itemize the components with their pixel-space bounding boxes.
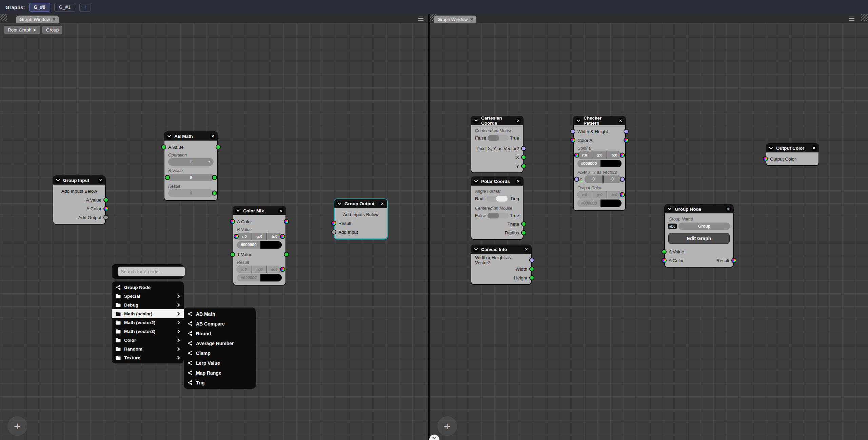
menu-item-special[interactable]: Special xyxy=(112,292,184,300)
add-graph-button[interactable]: + xyxy=(79,3,91,12)
close-tab-icon[interactable]: × xyxy=(53,17,55,22)
port-a-value-out[interactable] xyxy=(103,197,108,203)
menu-item-texture[interactable]: Texture xyxy=(112,353,184,362)
collapse-chevron-icon[interactable] xyxy=(473,247,479,252)
port-a-value-in[interactable] xyxy=(662,249,667,254)
port-a-color-in[interactable] xyxy=(230,219,235,224)
close-node-icon[interactable]: ✕ xyxy=(515,179,521,184)
port-a-value-out[interactable] xyxy=(216,145,221,150)
port-y-out[interactable] xyxy=(521,164,526,169)
node-header[interactable]: Group Node ✕ xyxy=(665,205,733,213)
node-header[interactable]: Checker Pattern ✕ xyxy=(573,116,626,125)
close-node-icon[interactable]: ✕ xyxy=(524,247,529,252)
port-theta-out[interactable] xyxy=(521,222,526,227)
b-value-input[interactable]: 0 xyxy=(168,174,214,181)
node-header[interactable]: Polar Coords ✕ xyxy=(471,177,523,186)
node-ab-math[interactable]: AB Math ✕ A Value Operation + ▼ B Value … xyxy=(164,131,218,201)
node-header[interactable]: Canvas Info ✕ xyxy=(471,245,531,254)
port-b-value-out[interactable] xyxy=(212,175,217,180)
port-a-color-out[interactable] xyxy=(284,219,289,224)
submenu-item-round[interactable]: Round xyxy=(184,329,256,338)
add-node-button[interactable]: + xyxy=(7,416,27,436)
left-graph-window-tab[interactable]: Graph Window × xyxy=(16,16,59,23)
submenu-item-trig[interactable]: Trig xyxy=(184,378,256,387)
angle-format-toggle[interactable]: Rad Deg xyxy=(471,194,523,203)
node-cartesian-coords[interactable]: Cartesian Coords ✕ Centered on Mouse Fal… xyxy=(471,116,524,173)
collapse-chevron-icon[interactable] xyxy=(667,206,672,212)
collapse-chevron-icon[interactable] xyxy=(473,118,479,124)
node-group-input[interactable]: Group Input ✕ Add Inputs Below A Value A… xyxy=(53,175,106,225)
port-color-a-out[interactable] xyxy=(624,138,629,143)
port-a-value-in[interactable] xyxy=(161,145,166,150)
port-result-in[interactable] xyxy=(331,221,336,226)
collapse-chevron-icon[interactable] xyxy=(336,201,342,207)
toggle-track[interactable] xyxy=(488,135,509,141)
menu-item-debug[interactable]: Debug xyxy=(112,300,184,309)
toggle-knob[interactable] xyxy=(488,213,499,218)
submenu-item-lerp-value[interactable]: Lerp Value xyxy=(184,358,256,368)
left-canvas[interactable]: Root Graph ➤ Group Group Input ✕ Add Inp… xyxy=(0,23,428,440)
resize-corner-icon[interactable] xyxy=(0,14,7,21)
node-checker-pattern[interactable]: Checker Pattern ✕ Width & Height Color A… xyxy=(573,116,626,211)
menu-item-group-node[interactable]: Group Node xyxy=(112,283,184,292)
submenu-item-ab-compare[interactable]: AB Compare xyxy=(184,319,256,329)
port-result-out[interactable] xyxy=(212,191,217,196)
close-node-icon[interactable]: ✕ xyxy=(811,145,817,151)
menu-item-random[interactable]: Random xyxy=(112,344,184,353)
resize-corner-icon[interactable] xyxy=(861,14,868,21)
node-group-output[interactable]: Group Output ✕ Add Inputs Below Result A… xyxy=(334,199,388,239)
close-node-icon[interactable]: ✕ xyxy=(210,133,216,139)
menu-item-color[interactable]: Color xyxy=(112,336,184,344)
breadcrumb-group[interactable]: Group xyxy=(42,26,63,34)
centered-on-mouse-toggle[interactable]: False True xyxy=(471,134,523,142)
close-node-icon[interactable]: ✕ xyxy=(379,201,385,207)
submenu-item-ab-math[interactable]: AB Math xyxy=(184,309,256,319)
node-header[interactable]: AB Math ✕ xyxy=(164,132,218,141)
port-b-value-out[interactable] xyxy=(280,234,285,239)
port-pixel-out[interactable] xyxy=(620,177,625,182)
breadcrumb-root-graph[interactable]: Root Graph ➤ xyxy=(4,26,40,34)
hex-input[interactable]: #000000 xyxy=(577,160,622,167)
port-color-b-in[interactable] xyxy=(574,153,579,158)
collapse-chevron-icon[interactable] xyxy=(473,179,479,184)
vector2-inputs[interactable]: 00 xyxy=(585,175,622,183)
edit-graph-button[interactable]: Edit Graph xyxy=(668,233,730,244)
port-height-out[interactable] xyxy=(529,275,534,280)
close-node-icon[interactable]: ✕ xyxy=(726,206,731,212)
toggle-track[interactable] xyxy=(487,196,508,202)
close-node-icon[interactable]: ✕ xyxy=(618,118,624,124)
node-header[interactable]: Group Output ✕ xyxy=(334,199,387,208)
collapse-chevron-icon[interactable] xyxy=(768,145,774,151)
add-node-button[interactable]: + xyxy=(437,416,457,436)
node-output-color[interactable]: Output Color ✕ Output Color xyxy=(766,143,819,166)
submenu-item-average-number[interactable]: Average Number xyxy=(184,338,256,348)
graph-tab-g0[interactable]: G_#0 xyxy=(29,3,50,12)
port-result-out[interactable] xyxy=(280,267,285,272)
node-header[interactable]: Color Mix ✕ xyxy=(233,206,286,215)
toggle-track[interactable] xyxy=(488,213,509,218)
port-a-color-in[interactable] xyxy=(662,258,667,263)
menu-item-math-vector3[interactable]: Math (vector3) xyxy=(112,327,184,336)
collapse-chevron-icon[interactable] xyxy=(235,208,241,214)
node-header[interactable]: Group Input ✕ xyxy=(53,176,105,185)
centered-on-mouse-toggle[interactable]: False True xyxy=(471,211,523,219)
close-node-icon[interactable]: ✕ xyxy=(278,208,284,214)
close-node-icon[interactable]: ✕ xyxy=(515,118,521,124)
node-header[interactable]: Output Color ✕ xyxy=(766,144,819,152)
port-add-output[interactable] xyxy=(103,215,108,220)
close-tab-icon[interactable]: × xyxy=(470,17,473,22)
port-a-color-out[interactable] xyxy=(103,206,108,211)
submenu-item-clamp[interactable]: Clamp xyxy=(184,348,256,358)
port-add-input[interactable] xyxy=(331,230,336,235)
pane-divider[interactable] xyxy=(428,14,430,440)
node-polar-coords[interactable]: Polar Coords ✕ Angle Format Rad Deg Cent… xyxy=(471,176,524,240)
collapse-chevron-icon[interactable] xyxy=(55,177,61,183)
menu-item-math-vector2[interactable]: Math (vector2) xyxy=(112,318,184,327)
graph-tab-g1[interactable]: G_#1 xyxy=(54,3,75,12)
port-t-value-out[interactable] xyxy=(284,252,289,257)
node-header[interactable]: Cartesian Coords ✕ xyxy=(471,116,523,125)
port-pixel-vector2-out[interactable] xyxy=(521,146,526,151)
operation-dropdown[interactable]: + ▼ xyxy=(168,158,214,166)
port-radius-out[interactable] xyxy=(521,230,526,235)
port-wh-vector2-out[interactable] xyxy=(529,258,534,263)
